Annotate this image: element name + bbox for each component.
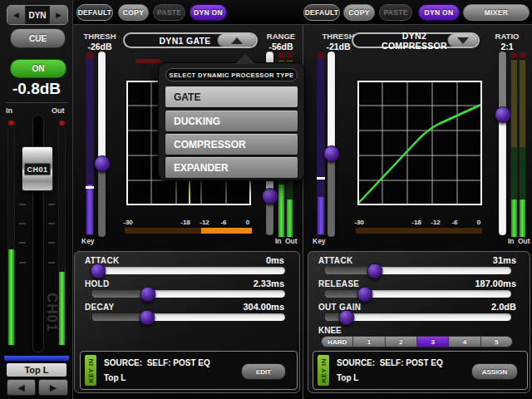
dyn1-range-knob[interactable]	[262, 188, 278, 204]
dyn2-copy-button[interactable]: COPY	[343, 4, 375, 21]
arrow-left-icon: ◀	[17, 382, 24, 393]
in-level-meter	[8, 128, 14, 345]
slider-label: OUT GAIN	[318, 303, 361, 312]
popup-item-gate[interactable]: GATE	[165, 86, 298, 107]
dyn1-key-meter	[86, 52, 93, 234]
compressor-curve	[359, 105, 481, 203]
fader-tick	[48, 242, 55, 244]
triangle-up-icon	[231, 37, 243, 44]
dyn2-outgain-knob[interactable]	[338, 309, 354, 325]
divider	[5, 102, 68, 103]
popup-item-expander[interactable]: EXPANDER	[165, 157, 298, 178]
keyin-assign-button[interactable]: ASSIGN	[471, 363, 518, 380]
dyn2-threshold-fader[interactable]	[328, 52, 335, 237]
dyn2-key-meter	[318, 52, 324, 234]
dyn2-scale-bar	[356, 228, 482, 234]
mixer-button[interactable]: MIXER	[463, 4, 530, 21]
dyn2-paste-button[interactable]: PASTE	[379, 4, 412, 21]
channel-fader-handle[interactable]: CH01	[22, 146, 53, 191]
in-meter-caption: In	[275, 237, 282, 245]
dyn2-type-selector[interactable]: DYN2 COMPRESSOR	[352, 32, 480, 48]
popup-title: SELECT DYNAMIC PROCESSOR TYPE	[165, 68, 298, 81]
keyin-edit-button[interactable]: EDIT	[241, 363, 286, 380]
dyn2-release-slider[interactable]	[325, 290, 511, 298]
dyn1-attack-knob[interactable]	[90, 263, 106, 278]
dyn2-type-label: DYN2 COMPRESSOR	[353, 31, 447, 51]
dyn1-paste-button[interactable]: PASTE	[153, 4, 185, 21]
channel-color-bar	[4, 356, 69, 361]
slider-label: ATTACK	[318, 256, 352, 265]
arrow-right-icon: ▶	[50, 382, 57, 393]
dyn2-threshold-knob[interactable]	[323, 145, 340, 162]
slider-value: 2.0dB	[491, 302, 516, 312]
next-channel-button[interactable]: ▶	[38, 379, 68, 396]
knee-option-5[interactable]: 5	[481, 337, 512, 347]
slider-label: HOLD	[85, 279, 110, 288]
keyin-source: SOURCE: SELF: POST EQ	[104, 358, 210, 367]
nav-prev-button[interactable]: ◀	[7, 6, 25, 24]
channel-on-button[interactable]: ON	[10, 59, 66, 78]
dyn1-threshold-fader[interactable]	[98, 52, 106, 237]
out-meter-caption: Out	[285, 237, 298, 245]
dyn1-copy-button[interactable]: COPY	[118, 4, 149, 21]
thresh-value: -26dB	[80, 42, 120, 52]
channel-name-label: Top L	[7, 363, 66, 377]
slider-label: DECAY	[85, 303, 115, 312]
dyn2-outgain-slider[interactable]	[325, 313, 511, 321]
fader-tick	[19, 204, 26, 205]
toolbar: DEFAULT COPY PASTE DYN ON DEFAULT COPY P…	[73, 0, 532, 25]
dyn1-attack-slider[interactable]	[92, 267, 285, 274]
knee-option-hard[interactable]: HARD	[322, 337, 353, 347]
dyn1-type-selector[interactable]: DYN1 GATE	[123, 32, 258, 48]
dynamics-screen: { "sidebar": { "nav_label": "DYN", "cue_…	[0, 0, 532, 399]
dyn2-ratio-readout: RATIO 2:1	[490, 32, 524, 52]
nav-next-button[interactable]: ▶	[50, 6, 67, 24]
range-value: -56dB	[263, 42, 299, 52]
knee-option-1[interactable]: 1	[353, 337, 385, 347]
dyn2-ratio-fader[interactable]	[499, 52, 506, 235]
chevron-left-icon: ◀	[13, 11, 19, 19]
dyn2-release-knob[interactable]	[357, 286, 372, 302]
dyn2-attack-knob[interactable]	[367, 263, 383, 278]
dyn2-transfer-graph	[357, 81, 482, 205]
knee-option-4[interactable]: 4	[449, 337, 480, 347]
channel-strip-sidebar: ◀ DYN ▶ CUE ON -0.8dB In Out CH01 CH01 T…	[0, 0, 73, 399]
dyn2-on-button[interactable]: DYN ON	[418, 4, 460, 21]
dyn1-selector-arrow-button[interactable]	[217, 34, 256, 47]
triangle-down-icon	[457, 37, 469, 44]
fader-tick	[48, 262, 55, 264]
dyn1-parameter-box: ATTACK 0ms HOLD 2.33ms DECAY 304.00ms KE…	[74, 251, 300, 393]
dyn1-hold-slider[interactable]	[92, 290, 285, 298]
dyn1-hold-knob[interactable]	[140, 286, 155, 302]
slider-value: 2.33ms	[254, 278, 284, 288]
dyn2-selector-arrow-button[interactable]	[447, 34, 478, 47]
knee-option-2[interactable]: 2	[386, 337, 417, 347]
dyn2-default-button[interactable]: DEFAULT	[303, 4, 340, 21]
dyn1-thresh-readout: THRESH -26dB	[80, 32, 120, 52]
dyn1-default-button[interactable]: DEFAULT	[76, 4, 113, 21]
dyn2-parameter-box: ATTACK 31ms RELEASE 187.00ms OUT GAIN 2.…	[308, 251, 530, 393]
out-level-meter	[59, 128, 65, 345]
keyin-source: SOURCE: SELF: POST EQ	[337, 358, 443, 367]
knee-label: KNEE	[318, 326, 342, 335]
dyn1-threshold-knob[interactable]	[94, 155, 111, 172]
popup-item-compressor[interactable]: COMPRESSOR	[165, 134, 298, 155]
channel-id-watermark: CH01	[43, 293, 60, 351]
dyn1-on-button[interactable]: DYN ON	[190, 4, 227, 21]
dyn1-decay-slider[interactable]	[92, 313, 285, 321]
dyn1-range-readout: RANGE -56dB	[263, 32, 299, 52]
ratio-label: RATIO	[490, 32, 524, 41]
slider-value: 304.00ms	[243, 302, 284, 312]
fader-tick	[19, 262, 26, 264]
keyin-tag: KEY IN	[318, 355, 329, 386]
prev-channel-button[interactable]: ◀	[7, 379, 36, 396]
dyn1-scale-bar	[125, 228, 252, 234]
keyin-channel: Top L	[104, 373, 126, 382]
out-clip-indicator	[59, 121, 65, 126]
knee-option-3-selected[interactable]: 3	[417, 337, 449, 347]
dyn2-ratio-knob[interactable]	[495, 106, 511, 123]
dyn1-decay-knob[interactable]	[139, 309, 155, 325]
dyn2-attack-slider[interactable]	[325, 267, 511, 274]
popup-item-ducking[interactable]: DUCKING	[165, 111, 298, 131]
cue-button[interactable]: CUE	[10, 28, 66, 48]
